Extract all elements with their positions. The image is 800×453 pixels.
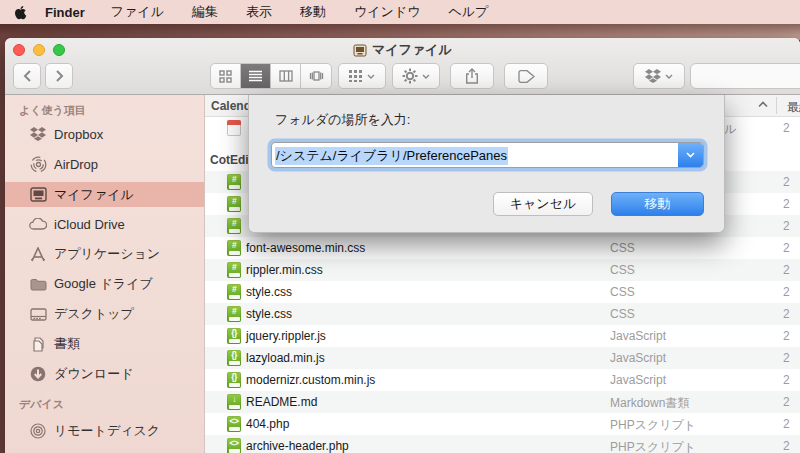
menu-item-file[interactable]: ファイル	[111, 3, 164, 21]
sidebar-item-downloads[interactable]: ダウンロード	[5, 362, 204, 386]
table-row[interactable]: # style.css CSS 2	[205, 303, 800, 325]
js-file-icon: {}	[227, 350, 241, 366]
file-date: 2	[783, 197, 790, 211]
apple-menu-icon[interactable]	[14, 5, 27, 20]
php-file-icon: <>	[227, 416, 241, 432]
combobox-dropdown-button[interactable]	[678, 143, 703, 167]
toolbar	[5, 58, 800, 95]
menu-item-finder[interactable]: Finder	[45, 5, 85, 20]
menu-item-window[interactable]: ウインドウ	[354, 3, 421, 21]
file-date: 2	[783, 121, 790, 135]
table-row[interactable]: <> 404.php PHPスクリプト 2	[205, 413, 800, 435]
markdown-file-icon: ↓	[227, 394, 241, 410]
css-file-icon: #	[227, 174, 241, 190]
chevron-down-icon	[686, 152, 695, 158]
table-row[interactable]: ↓ README.md Markdown書類 2	[205, 391, 800, 413]
file-name: lazyload.min.js	[246, 351, 325, 365]
file-name: archive-header.php	[246, 439, 349, 453]
list-view-button[interactable]	[241, 64, 271, 88]
sidebar-section-devices: デバイス	[19, 397, 64, 412]
share-icon	[465, 68, 479, 84]
table-row[interactable]: {} lazyload.min.js JavaScript 2	[205, 347, 800, 369]
file-kind: PHPスクリプト	[610, 439, 696, 453]
dropbox-menu-button[interactable]	[633, 63, 685, 89]
folder-path-combobox[interactable]: /システム/ライブラリ/PreferencePanes	[271, 142, 704, 168]
sidebar-item-remote-disc[interactable]: リモートディスク	[5, 419, 204, 443]
sidebar-item-label: マイファイル	[54, 186, 134, 204]
file-kind: JavaScript	[610, 373, 666, 387]
file-name: rippler.min.css	[246, 263, 323, 277]
file-date: 2	[783, 329, 790, 343]
file-date: 2	[783, 263, 790, 277]
sidebar-item-label: iCloud Drive	[54, 217, 125, 232]
tag-button[interactable]	[504, 63, 548, 89]
sidebar-item-label: デスクトップ	[54, 305, 134, 323]
screen: Finder ファイル 編集 表示 移動 ウインドウ ヘルプ マイファイル	[0, 0, 800, 453]
js-file-icon: {}	[227, 372, 241, 388]
sidebar-item-label: AirDrop	[54, 157, 98, 172]
tag-icon	[517, 70, 536, 83]
sidebar-item-google-drive[interactable]: Google ドライブ	[5, 272, 204, 296]
file-date: 2	[783, 241, 790, 255]
chevron-down-icon	[422, 74, 430, 79]
desktop-icon	[29, 305, 47, 323]
sidebar-item-dropbox[interactable]: Dropbox	[5, 122, 204, 146]
css-file-icon: #	[227, 262, 241, 278]
go-button[interactable]: 移動	[611, 192, 704, 216]
table-row[interactable]: # rippler.min.css CSS 2	[205, 259, 800, 281]
php-file-icon: <>	[227, 438, 241, 453]
column-view-button[interactable]	[271, 64, 301, 88]
menu-bar: Finder ファイル 編集 表示 移動 ウインドウ ヘルプ	[0, 0, 800, 24]
remote-disc-icon	[29, 422, 47, 440]
file-kind: CSS	[610, 263, 635, 277]
file-kind: Markdown書類	[610, 395, 689, 412]
sidebar-item-desktop[interactable]: デスクトップ	[5, 302, 204, 326]
menu-item-view[interactable]: 表示	[246, 3, 272, 21]
css-file-icon: #	[227, 196, 241, 212]
group-header-fragment: Calend	[211, 99, 251, 113]
table-row[interactable]: {} jquery.rippler.js JavaScript 2	[205, 325, 800, 347]
sidebar-item-label: 書類	[54, 335, 80, 353]
sidebar-item-icloud-drive[interactable]: iCloud Drive	[5, 212, 204, 236]
date-modified-column-header[interactable]: 最終変更日	[787, 99, 800, 116]
window-chrome: マイファイル	[5, 38, 800, 95]
sidebar-item-all-my-files[interactable]: マイファイル	[5, 182, 204, 207]
view-mode-segmented-control	[210, 63, 332, 89]
dropbox-icon	[645, 69, 661, 83]
search-input[interactable]	[690, 63, 800, 89]
menu-item-help[interactable]: ヘルプ	[448, 3, 488, 21]
file-date: 2	[783, 285, 790, 299]
file-name: font-awesome.min.css	[246, 241, 365, 255]
cancel-button[interactable]: キャンセル	[493, 192, 593, 216]
table-row[interactable]: # font-awesome.min.css CSS 2	[205, 237, 800, 259]
file-date: 2	[783, 307, 790, 321]
file-kind: CSS	[610, 307, 635, 321]
sidebar-item-airdrop[interactable]: AirDrop	[5, 152, 204, 176]
js-file-icon: {}	[227, 328, 241, 344]
arrange-button[interactable]	[338, 63, 386, 89]
coverflow-view-button[interactable]	[301, 64, 331, 88]
sidebar-item-documents[interactable]: 書類	[5, 332, 204, 356]
file-kind: CSS	[610, 241, 635, 255]
back-button[interactable]	[13, 63, 41, 89]
icon-view-button[interactable]	[211, 64, 241, 88]
group-header-fragment: CotEdi	[210, 153, 249, 167]
sidebar-item-label: Google ドライブ	[54, 275, 153, 293]
menu-item-go[interactable]: 移動	[300, 3, 326, 21]
file-name: modernizr.custom.min.js	[246, 373, 375, 387]
action-menu-button[interactable]	[392, 63, 440, 89]
table-row[interactable]: # style.css CSS 2	[205, 281, 800, 303]
file-date: 2	[783, 373, 790, 387]
table-row[interactable]: <> archive-header.php PHPスクリプト 2	[205, 435, 800, 453]
documents-icon	[29, 335, 47, 353]
sidebar-item-applications[interactable]: アプリケーション	[5, 242, 204, 266]
file-kind: JavaScript	[610, 351, 666, 365]
file-kind: CSS	[610, 285, 635, 299]
table-row[interactable]: {} modernizr.custom.min.js JavaScript 2	[205, 369, 800, 391]
forward-button[interactable]	[45, 63, 73, 89]
css-file-icon: #	[227, 284, 241, 300]
menu-item-edit[interactable]: 編集	[192, 3, 218, 21]
file-date: 2	[783, 219, 790, 233]
window-title-area: マイファイル	[5, 41, 800, 59]
share-button[interactable]	[450, 63, 494, 89]
